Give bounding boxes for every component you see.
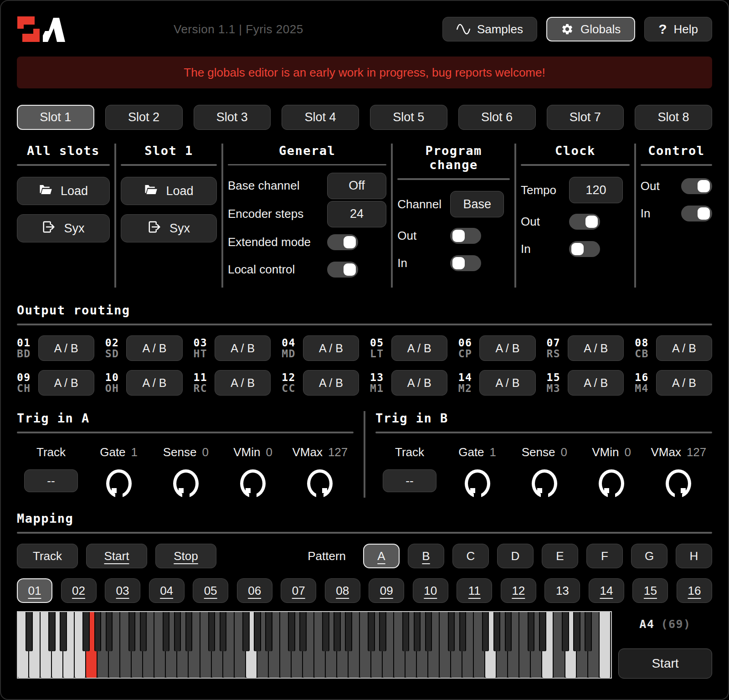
vmin-knob[interactable]: [599, 469, 624, 498]
ab-routing-button[interactable]: A / B: [38, 335, 94, 361]
step-button-06[interactable]: 06: [237, 578, 272, 603]
ab-routing-button[interactable]: A / B: [656, 335, 712, 361]
black-key-after-white-46[interactable]: [539, 612, 546, 651]
slot-tab-7[interactable]: Slot 7: [547, 105, 624, 130]
black-key-after-white-32[interactable]: [379, 612, 386, 651]
step-button-04[interactable]: 04: [149, 578, 185, 603]
slot1-load-button[interactable]: Load: [121, 177, 217, 205]
black-key-after-white-39[interactable]: [459, 612, 467, 651]
clock-out-toggle[interactable]: [569, 214, 600, 230]
black-key-after-white-49[interactable]: [573, 612, 580, 651]
ab-routing-button[interactable]: A / B: [126, 370, 182, 396]
black-key-after-white-8[interactable]: [106, 612, 113, 651]
samples-button[interactable]: Samples: [442, 17, 537, 41]
sense-knob[interactable]: [173, 469, 199, 498]
ab-routing-button[interactable]: A / B: [391, 370, 447, 396]
globals-button[interactable]: Globals: [546, 17, 635, 41]
black-key-after-white-6[interactable]: [82, 612, 90, 651]
piano-keyboard[interactable]: [17, 611, 612, 679]
ab-routing-button[interactable]: A / B: [215, 370, 271, 396]
slot-tab-5[interactable]: Slot 5: [370, 105, 447, 130]
pattern-button-F[interactable]: F: [586, 544, 623, 568]
black-key-after-white-42[interactable]: [493, 612, 501, 651]
slot-tab-2[interactable]: Slot 2: [105, 105, 183, 130]
step-button-16[interactable]: 16: [677, 578, 712, 603]
slot-tab-8[interactable]: Slot 8: [635, 105, 712, 130]
black-key-after-white-4[interactable]: [60, 612, 67, 651]
ab-routing-button[interactable]: A / B: [38, 370, 94, 396]
black-key-after-white-7[interactable]: [94, 612, 102, 651]
vmin-knob[interactable]: [240, 469, 266, 498]
step-button-01[interactable]: 01: [17, 578, 52, 603]
black-key-after-white-50[interactable]: [585, 612, 592, 651]
ab-routing-button[interactable]: A / B: [568, 335, 624, 361]
ab-routing-button[interactable]: A / B: [215, 335, 271, 361]
ab-routing-button[interactable]: A / B: [479, 370, 535, 396]
pc-channel-value[interactable]: Base: [450, 191, 504, 217]
vmax-knob[interactable]: [666, 469, 691, 498]
extended-mode-toggle[interactable]: [327, 234, 358, 250]
step-button-14[interactable]: 14: [589, 578, 624, 603]
ab-routing-button[interactable]: A / B: [303, 335, 359, 361]
step-button-13[interactable]: 13: [544, 578, 580, 603]
slot-tab-4[interactable]: Slot 4: [282, 105, 359, 130]
help-button[interactable]: ? Help: [644, 17, 712, 41]
step-button-12[interactable]: 12: [501, 578, 536, 603]
white-key-52[interactable]: [600, 612, 611, 678]
slot-tab-1[interactable]: Slot 1: [17, 105, 94, 130]
black-key-after-white-11[interactable]: [140, 612, 147, 651]
black-key-after-white-34[interactable]: [402, 612, 410, 651]
black-key-after-white-17[interactable]: [208, 612, 216, 651]
step-button-03[interactable]: 03: [105, 578, 140, 603]
black-key-after-white-27[interactable]: [322, 612, 329, 651]
all-slots-syx-button[interactable]: Syx: [17, 214, 110, 242]
ab-routing-button[interactable]: A / B: [656, 370, 712, 396]
pattern-button-B[interactable]: B: [408, 544, 444, 568]
black-key-after-white-28[interactable]: [334, 612, 341, 651]
ab-routing-button[interactable]: A / B: [568, 370, 624, 396]
control-in-toggle[interactable]: [681, 206, 712, 221]
black-key-after-white-10[interactable]: [128, 612, 136, 651]
ab-routing-button[interactable]: A / B: [479, 335, 535, 361]
pattern-button-D[interactable]: D: [497, 544, 534, 568]
black-key-after-white-29[interactable]: [345, 612, 352, 651]
gate-knob[interactable]: [465, 469, 490, 498]
pattern-button-H[interactable]: H: [676, 544, 712, 568]
base-channel-value[interactable]: Off: [327, 173, 386, 199]
all-slots-load-button[interactable]: Load: [17, 177, 110, 205]
pattern-button-G[interactable]: G: [631, 544, 667, 568]
black-key-after-white-24[interactable]: [288, 612, 295, 651]
pattern-button-C[interactable]: C: [452, 544, 489, 568]
vmax-knob[interactable]: [307, 469, 333, 498]
slot-tab-3[interactable]: Slot 3: [194, 105, 271, 130]
pc-out-toggle[interactable]: [450, 228, 481, 244]
trig-b-track-button[interactable]: --: [383, 469, 436, 492]
slot-tab-6[interactable]: Slot 6: [458, 105, 536, 130]
pattern-button-A[interactable]: A: [363, 544, 400, 568]
mapping-start-button[interactable]: Start: [86, 544, 147, 568]
black-key-after-white-35[interactable]: [414, 612, 421, 651]
pc-in-toggle[interactable]: [450, 255, 481, 271]
ab-routing-button[interactable]: A / B: [391, 335, 447, 361]
tempo-value[interactable]: 120: [569, 177, 623, 203]
black-key-after-white-20[interactable]: [242, 612, 250, 651]
black-key-after-white-14[interactable]: [174, 612, 181, 651]
black-key-after-white-22[interactable]: [265, 612, 272, 651]
step-button-09[interactable]: 09: [369, 578, 404, 603]
pattern-button-E[interactable]: E: [542, 544, 578, 568]
black-key-after-white-48[interactable]: [562, 612, 569, 651]
step-button-05[interactable]: 05: [193, 578, 228, 603]
gate-knob[interactable]: [106, 469, 132, 498]
control-out-toggle[interactable]: [681, 178, 712, 194]
clock-in-toggle[interactable]: [569, 241, 600, 257]
keyboard-start-button[interactable]: Start: [618, 649, 712, 679]
step-button-15[interactable]: 15: [632, 578, 668, 603]
slot1-syx-button[interactable]: Syx: [121, 214, 217, 242]
ab-routing-button[interactable]: A / B: [303, 370, 359, 396]
black-key-after-white-36[interactable]: [425, 612, 432, 651]
black-key-after-white-21[interactable]: [254, 612, 261, 651]
step-button-02[interactable]: 02: [61, 578, 97, 603]
mapping-track-button[interactable]: Track: [17, 544, 78, 568]
black-key-after-white-38[interactable]: [448, 612, 455, 651]
local-control-toggle[interactable]: [327, 262, 358, 278]
